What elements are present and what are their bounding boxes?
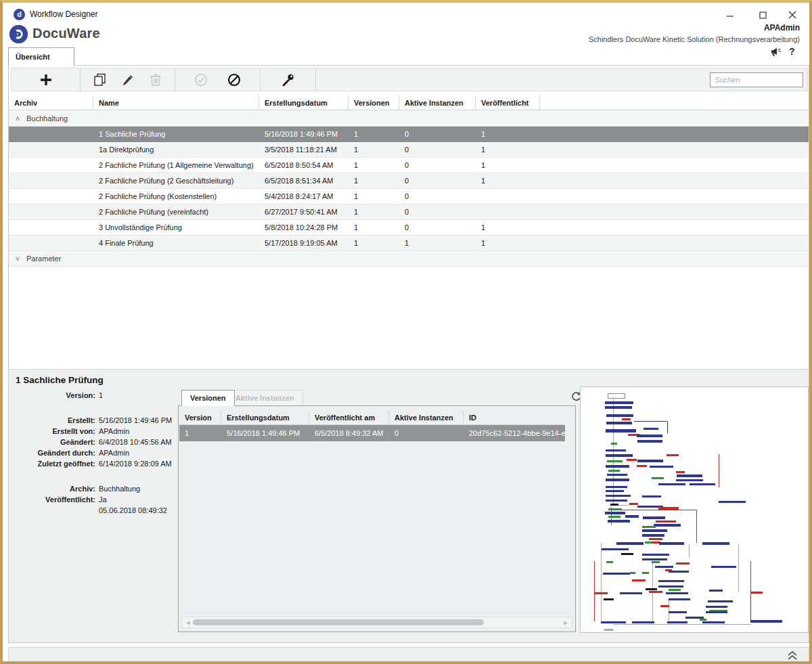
column-header-erstellungsdatum[interactable]: Erstellungsdatum [259, 95, 348, 110]
table-row[interactable]: 2 Fachliche Prüfung (Kostenstellen)5/4/2… [9, 189, 809, 204]
diagram-connector [601, 543, 602, 621]
detail-field: Erstellt:5/16/2018 1:49:46 PM [9, 415, 178, 426]
diagram-node [658, 585, 683, 588]
tab-aktive-instanzen[interactable]: Aktive Instanzen [227, 390, 303, 406]
cell-active: 0 [399, 223, 476, 231]
diagram-node [706, 611, 727, 613]
main-panel: Archiv Name Erstellungsdatum Versionen A… [8, 65, 809, 643]
cell-published: 1 [476, 177, 540, 185]
cell-versions: 1 [348, 208, 399, 216]
cell-versions: 1 [348, 177, 399, 185]
edit-workflow-button[interactable] [114, 70, 141, 90]
diagram-node [610, 504, 618, 506]
diagram-connector [669, 600, 669, 621]
minimize-button[interactable] [719, 7, 742, 23]
table-row[interactable]: 2 Fachliche Prüfung (vereinfacht)6/27/20… [9, 204, 809, 220]
tab-uebersicht[interactable]: Übersicht [8, 47, 74, 66]
vcol-version[interactable]: Version [179, 410, 221, 424]
diagram-node [603, 573, 630, 575]
diagram-node [669, 571, 689, 573]
diagram-node [660, 605, 669, 607]
cell-published: 1 [476, 146, 540, 154]
tab-versionen[interactable]: Versionen [181, 390, 235, 406]
cell-name: 2 Fachliche Prüfung (Kostenstellen) [93, 192, 259, 200]
notifications-button[interactable] [770, 47, 782, 58]
table-row[interactable]: 2 Fachliche Prüfung (2 Geschäftsleitung)… [9, 173, 809, 189]
detail-area: 1 Sachliche Prüfung Version:1Erstellt:5/… [9, 369, 809, 642]
table-row[interactable]: 1a Direktprüfung3/5/2018 11:18:21 AM101 [9, 142, 809, 158]
column-header-archiv[interactable]: Archiv [9, 95, 93, 110]
cell-active: 0 [399, 192, 476, 200]
diagram-node [637, 440, 662, 443]
cell-created: 3/5/2018 11:18:21 AM [259, 146, 348, 154]
permissions-button[interactable] [274, 70, 302, 90]
diagram-node [642, 526, 656, 528]
help-button[interactable]: ? [789, 46, 801, 57]
diagram-node [642, 534, 664, 537]
vcell-id: 20d75c62-5212-4bbe-9e14-e [464, 429, 565, 437]
diagram-connector [634, 421, 667, 422]
cell-versions: 1 [348, 161, 399, 169]
vcell-active: 0 [389, 429, 464, 437]
expand-panel-button[interactable] [787, 650, 799, 661]
table-row[interactable]: 4 Finale Prüfung5/17/2018 9:19:05 AM111 [9, 236, 809, 251]
scrollbar-thumb[interactable] [193, 619, 484, 625]
vcol-aktive-instanzen[interactable]: Aktive Instanzen [389, 410, 464, 424]
detail-field-value: 6/4/2018 10:45:56 AM [95, 437, 172, 447]
detail-field-label: Veröffentlicht: [9, 494, 95, 505]
diagram-node [608, 520, 630, 523]
diagram-node [637, 435, 662, 437]
column-header-versionen[interactable]: Versionen [348, 95, 399, 110]
diagram-node [608, 516, 621, 518]
maximize-button[interactable] [751, 7, 774, 23]
version-row[interactable]: 15/16/2018 1:49:46 PM6/5/2018 8:49:32 AM… [179, 425, 565, 441]
vcol-id[interactable]: ID [464, 410, 565, 424]
diagram-connector [594, 561, 595, 621]
diagram-node [750, 620, 782, 623]
diagram-node [649, 591, 662, 593]
diagram-node [658, 580, 684, 582]
horizontal-scrollbar[interactable]: ◄ ► [181, 617, 572, 628]
cell-versions: 1 [348, 130, 399, 138]
cell-published: 1 [476, 130, 540, 138]
cell-name: 4 Finale Prüfung [93, 239, 259, 247]
current-user: APAdmin [764, 23, 800, 32]
unpublish-workflow-button[interactable] [220, 70, 248, 90]
diagram-node [652, 477, 664, 479]
cell-versions: 1 [348, 239, 399, 247]
add-workflow-button[interactable] [32, 70, 60, 90]
column-header-veroeffentlicht[interactable]: Veröffentlicht [476, 95, 540, 110]
vcol-erstellungsdatum[interactable]: Erstellungsdatum [221, 410, 309, 424]
search-input[interactable] [710, 72, 803, 87]
diagram-node [607, 460, 623, 462]
scroll-left-icon[interactable]: ◄ [183, 619, 193, 626]
workflow-diagram-preview[interactable] [580, 386, 809, 633]
detail-field-value: 1 [95, 390, 103, 401]
cell-active: 0 [399, 177, 476, 185]
column-header-aktive-instanzen[interactable]: Aktive Instanzen [399, 95, 476, 110]
vcell-created: 5/16/2018 1:49:46 PM [221, 429, 309, 437]
diagram-node [602, 548, 629, 550]
table-row[interactable]: 3 Unvollständige Prüfung5/8/2018 10:24:2… [9, 220, 809, 236]
delete-workflow-button[interactable] [141, 70, 169, 90]
diagram-node [604, 629, 613, 631]
copy-workflow-button[interactable] [86, 70, 114, 90]
detail-field: Veröffentlicht:Ja [9, 494, 178, 505]
table-row[interactable]: 1 Sachliche Prüfung5/16/2018 1:49:46 PM1… [9, 127, 809, 142]
diagram-node [667, 621, 687, 623]
diagram-node [625, 515, 639, 518]
table-row[interactable]: 2 Fachliche Prüfung (1 Allgemeine Verwal… [9, 158, 809, 173]
cell-created: 6/27/2017 9:50:41 AM [259, 208, 348, 216]
diagram-node [632, 621, 654, 623]
cell-published: 1 [476, 239, 540, 247]
group-row-parameter[interactable]: ˅Parameter [9, 251, 809, 267]
scroll-right-icon[interactable]: ► [561, 619, 570, 626]
cell-active: 0 [399, 146, 476, 154]
detail-field: Archiv:Buchhaltung [9, 483, 178, 494]
vcol-veroeffentlicht-am[interactable]: Veröffentlicht am [309, 410, 389, 424]
column-header-name[interactable]: Name [93, 95, 259, 110]
close-button[interactable] [781, 7, 804, 23]
cell-name: 2 Fachliche Prüfung (1 Allgemeine Verwal… [93, 161, 259, 169]
group-row-buchhaltung[interactable]: ˄Buchhaltung [9, 111, 809, 127]
publish-workflow-button[interactable] [187, 70, 215, 90]
